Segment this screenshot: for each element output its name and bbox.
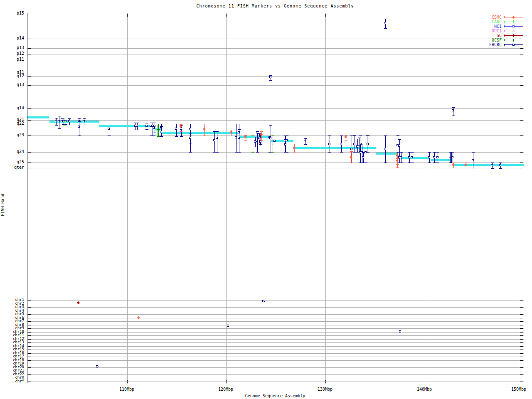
data-point-marker (238, 137, 240, 139)
gridline-h (27, 314, 524, 315)
axis-tick-right (520, 353, 523, 354)
x-tick-label: 120Mbp (209, 387, 242, 392)
chromosome-label: chr20 (0, 365, 24, 369)
data-point-marker (137, 316, 140, 319)
gridline-h (27, 318, 524, 318)
fish-band-segment (27, 116, 49, 118)
chromosome-label: chr12 (0, 337, 24, 341)
error-bar-cap (273, 137, 276, 137)
gridline-h (27, 374, 524, 375)
gridline-h (27, 73, 524, 73)
error-bar-cap (400, 152, 403, 153)
fish-band-segment (293, 147, 376, 149)
x-tick-label: 130Mbp (308, 387, 342, 392)
data-point-marker (58, 120, 60, 122)
axis-tick-right (520, 328, 523, 329)
marker-stroke (253, 140, 253, 143)
y-axis-title: FISH Band (1, 107, 5, 303)
axis-tick-right (520, 350, 523, 350)
gridline-h (27, 168, 524, 168)
error-bar-cap (365, 163, 367, 163)
error-bar-cap (78, 135, 81, 136)
axis-tick-top (226, 14, 227, 17)
legend-sample-cap (523, 16, 523, 18)
legend-sample-cap (523, 34, 523, 37)
data-point-marker (96, 365, 98, 367)
chromosome-label: chr9 (0, 326, 24, 330)
band-label: p12 (0, 52, 24, 56)
data-point-marker (108, 128, 110, 130)
x-tick-label: 110Mbp (110, 387, 143, 392)
gridline-h (27, 325, 524, 325)
marker-stroke (273, 143, 273, 146)
axis-tick-left (28, 374, 31, 375)
marker-stroke (158, 128, 159, 131)
axis-tick-right (520, 14, 523, 14)
axis-tick-right (520, 374, 523, 375)
error-bar-cap (433, 163, 436, 163)
data-point-marker (145, 125, 148, 127)
axis-tick-left (28, 378, 31, 378)
legend-row: CSMC (489, 15, 523, 20)
error-bar-cap (78, 121, 81, 122)
error-bar-cap (452, 116, 455, 116)
legend-marker (512, 44, 515, 46)
error-bar-cap (271, 135, 274, 136)
error-bar-cap (145, 129, 148, 130)
error-bar-cap (269, 125, 272, 126)
gridline-h (27, 332, 524, 332)
data-point-marker (136, 125, 138, 127)
legend-marker (512, 25, 515, 27)
plot-area (27, 13, 523, 383)
axis-tick-left (28, 304, 31, 304)
error-bar (261, 131, 262, 140)
chromosome-label: chrY (0, 379, 24, 383)
legend-label: LANL (492, 20, 502, 24)
error-bar-cap (360, 135, 362, 136)
axis-tick-left (28, 73, 31, 73)
chromosome-label: chr5 (0, 312, 24, 316)
axis-tick-right (520, 378, 523, 378)
data-point-marker (384, 22, 386, 24)
error-bar-cap (356, 139, 359, 139)
data-point-marker (384, 148, 386, 150)
legend-sample (504, 20, 523, 24)
axis-tick-left (28, 120, 31, 121)
gridline-h (27, 108, 524, 109)
error-bar-cap (203, 135, 206, 136)
axis-tick-right (520, 73, 523, 73)
legend-sample-cap (504, 21, 505, 23)
gridline-h (27, 85, 524, 86)
gridline-h (27, 342, 524, 343)
error-bar-cap (411, 152, 414, 153)
legend-sample-cap (504, 16, 505, 18)
error-bar-cap (452, 168, 455, 168)
data-point-marker (189, 137, 191, 139)
gridline-h (27, 339, 524, 340)
chromosome-label: chr13 (0, 340, 24, 344)
error-bar-cap (350, 163, 353, 163)
data-point-marker (408, 156, 410, 158)
error-bar-cap (428, 163, 431, 163)
error-bar-cap (175, 124, 178, 124)
error-bar-cap (491, 168, 494, 169)
legend-sample-cap (523, 39, 523, 41)
data-point-marker (433, 156, 435, 158)
fish-band-segment (161, 132, 238, 134)
error-bar (453, 107, 453, 116)
legend-marker (512, 34, 515, 37)
marker-stroke (513, 20, 514, 23)
error-bar-cap (353, 135, 356, 135)
axis-tick-right (520, 152, 523, 153)
error-bar-cap (436, 163, 439, 163)
axis-tick-left (28, 14, 31, 14)
error-bar-cap (361, 144, 364, 144)
gridline-h (27, 307, 524, 308)
axis-tick-right (520, 342, 523, 343)
error-bar-cap (271, 152, 274, 153)
error-bar-cap (286, 135, 288, 136)
legend-sample (504, 38, 523, 42)
axis-tick-right (520, 163, 523, 163)
error-bar-cap (400, 163, 403, 163)
chromosome-label: chr4 (0, 309, 24, 313)
